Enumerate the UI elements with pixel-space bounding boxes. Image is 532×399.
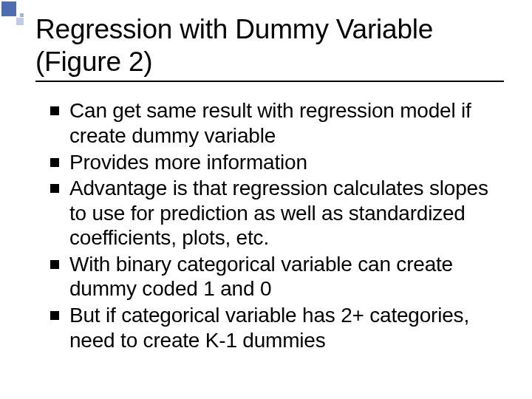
- bullet-list: Can get same result with regression mode…: [35, 98, 504, 352]
- deco-square-medium: [16, 18, 24, 25]
- title-underline: [35, 81, 504, 82]
- list-item: Advantage is that regression calculates …: [50, 176, 504, 250]
- list-item: Provides more information: [50, 150, 504, 175]
- bullet-text: Advantage is that regression calculates …: [69, 177, 488, 249]
- list-item: With binary categorical variable can cre…: [50, 252, 504, 301]
- list-item: But if categorical variable has 2+ categ…: [50, 303, 504, 352]
- list-item: Can get same result with regression mode…: [50, 98, 504, 148]
- bullet-text: But if categorical variable has 2+ categ…: [69, 304, 469, 352]
- deco-square-small: [20, 13, 24, 17]
- deco-square-large: [1, 1, 16, 16]
- bullet-text: With binary categorical variable can cre…: [69, 253, 453, 301]
- slide-corner-decoration: [0, 0, 28, 27]
- bullet-text: Can get same result with regression mode…: [69, 99, 471, 147]
- slide-content: Regression with Dummy Variable (Figure 2…: [0, 0, 532, 352]
- bullet-text: Provides more information: [69, 151, 307, 174]
- slide-title: Regression with Dummy Variable (Figure 2…: [35, 13, 504, 78]
